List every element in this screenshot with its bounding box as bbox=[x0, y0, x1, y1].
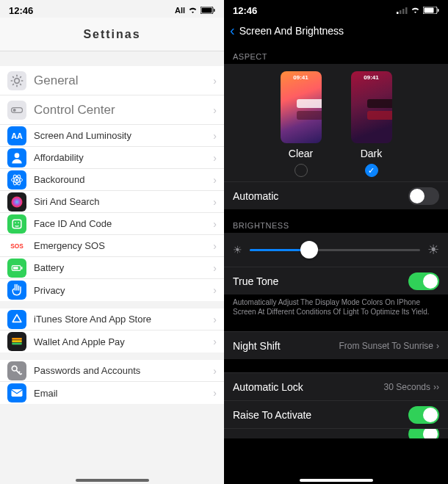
svg-point-12 bbox=[12, 196, 23, 207]
truetone-row: True Tone bbox=[224, 267, 448, 295]
svg-rect-29 bbox=[405, 7, 408, 14]
thumb-time: 09:41 bbox=[293, 74, 308, 81]
status-bar-right: 12:46 bbox=[224, 0, 448, 18]
settings-row-general[interactable]: General› bbox=[0, 66, 224, 95]
nav-header: ‹ Back Screen And Brightness bbox=[224, 18, 448, 48]
settings-row-itunes-store-and-app-store[interactable]: iTunes Store And App Store› bbox=[0, 308, 224, 331]
svg-rect-13 bbox=[12, 220, 21, 228]
sos-icon: SOS bbox=[7, 236, 26, 256]
settings-row-email[interactable]: Email› bbox=[0, 382, 224, 404]
settings-row-screen-and-luminosity[interactable]: AAScreen And Luminosity› bbox=[0, 125, 224, 147]
radio-clear[interactable] bbox=[295, 164, 308, 177]
settings-row-privacy[interactable]: Privacy› bbox=[0, 279, 224, 301]
atom-icon bbox=[7, 170, 26, 189]
row-label: Backoround bbox=[34, 174, 213, 185]
brightness-pane: 12:46 ‹ Back Screen And Brightness ASPEC… bbox=[224, 0, 448, 484]
extra-switch[interactable] bbox=[408, 428, 439, 438]
row-label: iTunes Store And App Store bbox=[34, 314, 213, 325]
autolock-label: Automatic Lock bbox=[233, 381, 303, 393]
sun-high-icon: ☀︎ bbox=[427, 242, 439, 258]
aa-icon: AA bbox=[7, 126, 26, 145]
sun-low-icon: ☀︎ bbox=[233, 244, 242, 256]
home-indicator[interactable] bbox=[76, 479, 149, 482]
row-label: Face ID And Code bbox=[34, 218, 213, 229]
status-time: 12:46 bbox=[233, 5, 257, 16]
nightshift-row[interactable]: Night Shift From Sunset To Sunrise › bbox=[224, 331, 448, 359]
automatic-label: Automatic bbox=[233, 190, 278, 202]
chevron-right-icon: › bbox=[213, 314, 217, 325]
svg-text:AA: AA bbox=[11, 131, 23, 140]
svg-rect-2 bbox=[214, 9, 215, 12]
row-label: Wallet And Apple Pay bbox=[34, 336, 213, 347]
settings-row-passwords-and-accounts[interactable]: Passwords and Accounts› bbox=[0, 360, 224, 382]
signal-icon bbox=[397, 7, 408, 14]
chevron-right-icon: › bbox=[213, 75, 217, 87]
autolock-row[interactable]: Automatic Lock 30 Seconds ›› bbox=[224, 372, 448, 400]
clear-thumbnail: 09:41 bbox=[281, 71, 322, 143]
slider-knob[interactable] bbox=[300, 241, 318, 259]
home-indicator[interactable] bbox=[300, 479, 373, 482]
chevron-right-icon: › bbox=[213, 387, 217, 399]
svg-point-24 bbox=[12, 366, 17, 371]
truetone-switch[interactable] bbox=[408, 272, 439, 290]
chevron-right-icon: › bbox=[213, 196, 217, 208]
svg-point-14 bbox=[15, 222, 16, 223]
svg-rect-27 bbox=[400, 10, 402, 14]
thumb-time: 09:41 bbox=[364, 74, 378, 81]
chevron-right-icon: › bbox=[213, 240, 217, 252]
row-label: Battery bbox=[34, 262, 213, 273]
svg-point-15 bbox=[18, 222, 19, 223]
chevron-right-icon: › bbox=[213, 284, 217, 296]
status-network-label: All bbox=[175, 6, 185, 15]
svg-point-3 bbox=[15, 78, 20, 83]
truetone-note: Automatically Adjust The Display Mode Co… bbox=[224, 295, 448, 324]
settings-row-affordability[interactable]: Affordability› bbox=[0, 147, 224, 169]
svg-rect-23 bbox=[12, 343, 21, 345]
toggle-icon bbox=[7, 101, 26, 120]
settings-row-backoround[interactable]: Backoround› bbox=[0, 169, 224, 191]
svg-point-8 bbox=[15, 178, 18, 181]
nightshift-value: From Sunset To Sunrise › bbox=[339, 341, 439, 351]
automatic-row: Automatic bbox=[224, 181, 448, 209]
chevron-right-icon: › bbox=[213, 218, 217, 230]
row-label: Siri And Search bbox=[34, 196, 213, 207]
back-button[interactable]: ‹ bbox=[230, 22, 235, 39]
wifi-icon bbox=[411, 7, 420, 14]
row-label: Email bbox=[34, 388, 213, 399]
wallet-icon bbox=[7, 332, 26, 351]
raise-switch[interactable] bbox=[408, 406, 439, 424]
raise-label: Raise To Activate bbox=[233, 409, 311, 421]
settings-row-battery[interactable]: Battery› bbox=[0, 257, 224, 279]
svg-rect-28 bbox=[402, 9, 405, 14]
siri-icon bbox=[7, 192, 26, 212]
mode-label: Clear bbox=[289, 148, 313, 159]
svg-rect-32 bbox=[438, 9, 439, 12]
appearance-dark[interactable]: 09:41 Dark bbox=[351, 71, 392, 177]
row-label: Emergency SOS bbox=[34, 240, 213, 251]
settings-row-control-center[interactable]: Control Center› bbox=[0, 95, 224, 125]
slider-track[interactable] bbox=[250, 249, 420, 251]
automatic-switch[interactable] bbox=[408, 187, 439, 205]
brightness-section-label: BRIGHTNESS bbox=[224, 209, 448, 233]
brightness-slider[interactable]: ☀︎ ☀︎ bbox=[224, 233, 448, 267]
svg-point-5 bbox=[13, 108, 16, 111]
chevron-right-icon: › bbox=[436, 341, 439, 351]
radio-dark[interactable] bbox=[365, 164, 378, 177]
chevron-right-icon: ›› bbox=[433, 382, 439, 392]
screen-title: Screen And Brightness bbox=[239, 25, 344, 37]
settings-row-emergency-sos[interactable]: SOSEmergency SOS› bbox=[0, 235, 224, 257]
status-indicators: All bbox=[175, 6, 215, 15]
svg-rect-21 bbox=[12, 338, 21, 340]
battery-icon bbox=[7, 259, 26, 278]
svg-point-7 bbox=[15, 153, 20, 158]
svg-rect-18 bbox=[21, 267, 23, 269]
settings-row-face-id-and-code[interactable]: Face ID And Code› bbox=[0, 213, 224, 235]
settings-row-siri-and-search[interactable]: Siri And Search› bbox=[0, 191, 224, 213]
row-label: Privacy bbox=[34, 285, 213, 296]
appearance-clear[interactable]: 09:41 Clear bbox=[281, 71, 322, 177]
settings-pane: 12:46 All Settinas General›Control Cente… bbox=[0, 0, 224, 484]
svg-rect-25 bbox=[12, 389, 23, 397]
autolock-value: 30 Seconds ›› bbox=[384, 382, 439, 392]
settings-row-wallet-and-apple-pay[interactable]: Wallet And Apple Pay› bbox=[0, 331, 224, 353]
status-time: 12:46 bbox=[9, 5, 33, 16]
